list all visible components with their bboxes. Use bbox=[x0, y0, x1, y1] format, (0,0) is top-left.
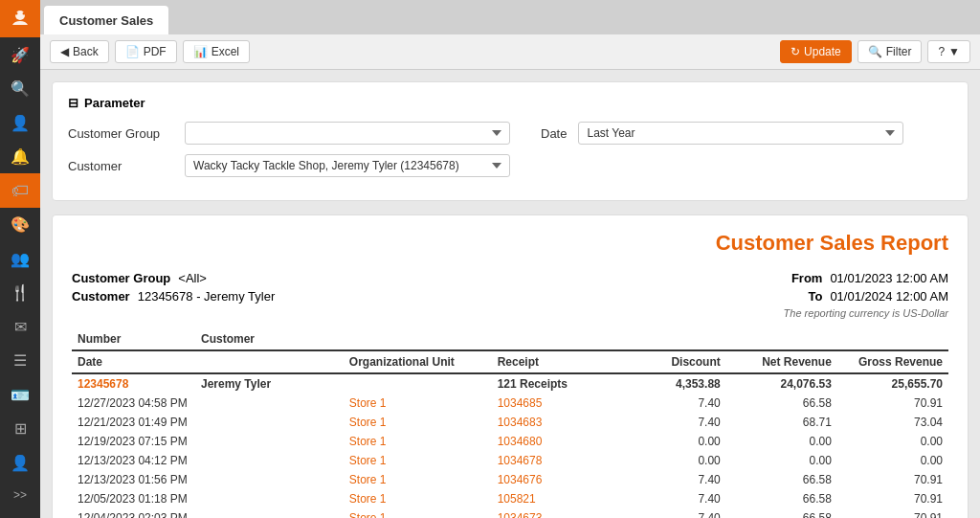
tab-bar: Customer Sales bbox=[40, 0, 980, 34]
row-netrev: 0.00 bbox=[726, 432, 837, 451]
summary-row: 12345678 Jeremy Tyler 121 Receipts 4,353… bbox=[72, 373, 948, 394]
row-date: 12/05/2023 01:18 PM bbox=[72, 489, 195, 508]
customer-group-row: Customer Group Date Last Year This Year … bbox=[68, 122, 952, 145]
customer-row: Customer Wacky Tacky Tackle Shop, Jeremy… bbox=[68, 154, 952, 177]
parameter-box: ⊟ Parameter Customer Group Date Last Yea… bbox=[52, 81, 969, 201]
summary-customer: Jeremy Tyler bbox=[195, 373, 344, 394]
col-customer2 bbox=[195, 350, 344, 373]
row-customer bbox=[195, 451, 344, 470]
user2-icon[interactable]: 👤 bbox=[0, 445, 40, 480]
row-customer bbox=[195, 489, 344, 508]
back-button[interactable]: ◀ Back bbox=[50, 40, 109, 63]
summary-netrev: 24,076.53 bbox=[726, 373, 837, 394]
row-discount: 0.00 bbox=[615, 451, 726, 470]
summary-discount: 4,353.88 bbox=[615, 373, 726, 394]
row-date: 12/13/2023 01:56 PM bbox=[72, 470, 195, 489]
report-title: Customer Sales Report bbox=[72, 231, 948, 256]
row-grossrev: 70.91 bbox=[837, 470, 948, 489]
col-customer: Customer bbox=[195, 328, 344, 350]
rocket-icon[interactable]: 🚀 bbox=[0, 37, 40, 72]
row-receipt[interactable]: 1034685 bbox=[492, 394, 615, 413]
pdf-button[interactable]: 📄 PDF bbox=[115, 40, 177, 63]
currency-note: The reporting currency is US-Dollar bbox=[72, 307, 948, 319]
envelope-icon[interactable]: ✉ bbox=[0, 309, 40, 344]
layers-icon[interactable]: ⊞ bbox=[0, 412, 40, 446]
table-row: 12/27/2023 04:58 PM Store 1 1034685 7.40… bbox=[72, 394, 948, 413]
customer-meta-value: 12345678 - Jeremy Tyler bbox=[138, 289, 276, 304]
logo[interactable] bbox=[0, 0, 40, 37]
row-orgunit[interactable]: Store 1 bbox=[344, 451, 492, 470]
date-select[interactable]: Last Year This Year This Month Last Mont… bbox=[578, 122, 903, 145]
summary-orgunit bbox=[344, 373, 492, 394]
col-grossrev2: Gross Revenue bbox=[837, 350, 948, 373]
tag-icon[interactable]: 🏷 bbox=[0, 173, 40, 208]
to-value: 01/01/2024 12:00 AM bbox=[830, 289, 948, 304]
person-badge-icon[interactable]: 🪪 bbox=[0, 377, 40, 412]
parameter-title: ⊟ Parameter bbox=[68, 96, 952, 110]
people-icon[interactable]: 👥 bbox=[0, 241, 40, 276]
help-button[interactable]: ? ▼ bbox=[927, 40, 970, 63]
report-table: Number Customer Date Organizational Unit… bbox=[72, 328, 948, 518]
filter-icon: 🔍 bbox=[868, 45, 882, 58]
expand-button[interactable]: >> bbox=[0, 480, 40, 510]
col-netrev bbox=[726, 328, 837, 350]
row-netrev: 66.58 bbox=[726, 508, 837, 518]
customer-group-meta-value: <All> bbox=[178, 271, 207, 285]
row-receipt[interactable]: 105821 bbox=[492, 489, 615, 508]
customer-label: Customer bbox=[68, 159, 173, 173]
col-date: Date bbox=[72, 350, 195, 373]
search-icon[interactable]: 🔍 bbox=[0, 72, 40, 106]
filter-button[interactable]: 🔍 Filter bbox=[858, 40, 923, 63]
row-customer bbox=[195, 508, 344, 518]
row-orgunit[interactable]: Store 1 bbox=[344, 508, 492, 518]
toolbar: ◀ Back 📄 PDF 📊 Excel ↻ Update 🔍 Filter ?… bbox=[40, 34, 980, 70]
content-area: ⊟ Parameter Customer Group Date Last Yea… bbox=[40, 70, 980, 518]
summary-grossrev: 25,655.70 bbox=[837, 373, 948, 394]
row-receipt[interactable]: 1034678 bbox=[492, 451, 615, 470]
row-netrev: 66.58 bbox=[726, 489, 837, 508]
row-orgunit[interactable]: Store 1 bbox=[344, 470, 492, 489]
back-icon: ◀ bbox=[60, 45, 69, 58]
row-discount: 7.40 bbox=[615, 413, 726, 432]
report-box: Customer Sales Report Customer Group <Al… bbox=[52, 214, 969, 518]
col-orgunit bbox=[344, 328, 492, 350]
row-receipt[interactable]: 1034673 bbox=[492, 508, 615, 518]
user-icon[interactable]: 👤 bbox=[0, 105, 40, 140]
update-button[interactable]: ↻ Update bbox=[780, 40, 852, 63]
customer-group-select[interactable] bbox=[185, 122, 510, 145]
date-label: Date bbox=[541, 126, 567, 141]
summary-number[interactable]: 12345678 bbox=[72, 373, 195, 394]
row-date: 12/04/2023 02:03 PM bbox=[72, 508, 195, 518]
row-orgunit[interactable]: Store 1 bbox=[344, 489, 492, 508]
table-row: 12/13/2023 01:56 PM Store 1 1034676 7.40… bbox=[72, 470, 948, 489]
row-orgunit[interactable]: Store 1 bbox=[344, 394, 492, 413]
row-discount: 0.00 bbox=[615, 432, 726, 451]
row-discount: 7.40 bbox=[615, 470, 726, 489]
row-orgunit[interactable]: Store 1 bbox=[344, 432, 492, 451]
row-receipt[interactable]: 1034683 bbox=[492, 413, 615, 432]
row-date: 12/13/2023 04:12 PM bbox=[72, 451, 195, 470]
table-row: 12/04/2023 02:03 PM Store 1 1034673 7.40… bbox=[72, 508, 948, 518]
bell-icon[interactable]: 🔔 bbox=[0, 140, 40, 174]
col-number: Number bbox=[72, 328, 195, 350]
row-receipt[interactable]: 1034676 bbox=[492, 470, 615, 489]
row-discount: 7.40 bbox=[615, 508, 726, 518]
row-receipt[interactable]: 1034680 bbox=[492, 432, 615, 451]
row-orgunit[interactable]: Store 1 bbox=[344, 413, 492, 432]
tab-customer-sales[interactable]: Customer Sales bbox=[44, 6, 168, 34]
row-netrev: 0.00 bbox=[726, 451, 837, 470]
row-grossrev: 70.91 bbox=[837, 489, 948, 508]
palette-icon[interactable]: 🎨 bbox=[0, 208, 40, 242]
table-row: 12/21/2023 01:49 PM Store 1 1034683 7.40… bbox=[72, 413, 948, 432]
row-grossrev: 70.91 bbox=[837, 508, 948, 518]
list-icon[interactable]: ☰ bbox=[0, 344, 40, 378]
row-customer bbox=[195, 394, 344, 413]
row-customer bbox=[195, 413, 344, 432]
col-receipt2: Receipt bbox=[492, 350, 615, 373]
excel-button[interactable]: 📊 Excel bbox=[183, 40, 250, 63]
customer-select[interactable]: Wacky Tacky Tackle Shop, Jeremy Tyler (1… bbox=[185, 154, 510, 177]
utensils-icon[interactable]: 🍴 bbox=[0, 276, 40, 310]
pdf-icon: 📄 bbox=[125, 45, 140, 58]
svg-point-0 bbox=[15, 11, 25, 20]
row-customer bbox=[195, 432, 344, 451]
